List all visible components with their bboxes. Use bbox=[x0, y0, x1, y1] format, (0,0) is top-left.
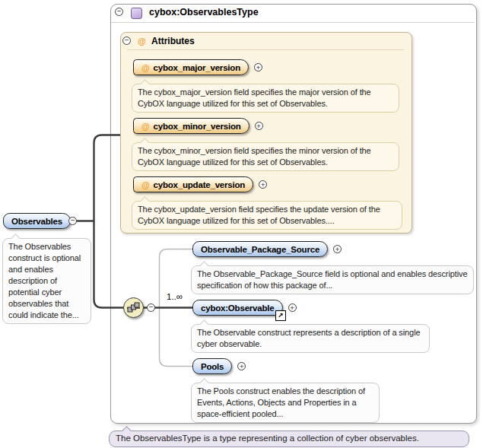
element-pill-pools[interactable]: Pools bbox=[192, 358, 232, 374]
attribute-name: cybox_minor_version bbox=[154, 122, 241, 131]
attribute-row: @ cybox_minor_version + bbox=[133, 118, 263, 134]
expand-element-button[interactable]: + bbox=[237, 362, 246, 370]
element-description: The Observable_Package_Source field is o… bbox=[191, 265, 474, 294]
attributes-title: Attributes bbox=[151, 36, 195, 46]
collapse-observables-button[interactable]: − bbox=[68, 217, 77, 225]
element-description: The Pools construct enables the descript… bbox=[191, 383, 380, 423]
schema-diagram: − cybox:ObservablesType − @ Attributes @… bbox=[0, 0, 483, 448]
attribute-row: @ cybox_major_version + bbox=[133, 59, 262, 75]
collapse-sequence-button[interactable]: − bbox=[147, 303, 155, 312]
element-pill-cybox-observable[interactable]: cybox:Observable ↗ bbox=[192, 300, 283, 316]
expand-element-button[interactable]: + bbox=[288, 303, 297, 312]
expand-element-button[interactable]: + bbox=[333, 245, 342, 253]
attribute-pill-cybox-minor-version[interactable]: @ cybox_minor_version bbox=[133, 118, 249, 134]
at-icon: @ bbox=[138, 37, 146, 46]
child-element-row: cybox:Observable ↗ + bbox=[192, 300, 297, 316]
expand-attribute-button[interactable]: + bbox=[255, 122, 263, 130]
at-icon: @ bbox=[141, 180, 150, 189]
type-header-separator bbox=[111, 22, 475, 24]
attribute-description: The cybox_minor_version field specifies … bbox=[132, 142, 399, 171]
element-pill-observables[interactable]: Observables bbox=[3, 213, 71, 229]
at-icon: @ bbox=[141, 63, 150, 72]
element-name: Observables bbox=[11, 217, 62, 226]
element-name: Pools bbox=[201, 362, 224, 371]
expand-attribute-button[interactable]: + bbox=[254, 63, 262, 71]
type-title: cybox:ObservablesType bbox=[149, 7, 259, 17]
complex-type-icon bbox=[131, 8, 142, 19]
expand-attribute-button[interactable]: + bbox=[259, 180, 267, 189]
collapse-type-button[interactable]: − bbox=[115, 8, 123, 16]
attribute-description: The cybox_update_version field specifies… bbox=[132, 201, 402, 230]
attribute-name: cybox_update_version bbox=[154, 180, 246, 189]
child-element-row: Observable_Package_Source + bbox=[192, 241, 342, 257]
sequence-icon bbox=[126, 300, 141, 315]
root-element-row: Observables bbox=[3, 213, 71, 229]
cardinality-label: 1..∞ bbox=[167, 292, 183, 301]
attribute-pill-cybox-major-version[interactable]: @ cybox_major_version bbox=[133, 59, 249, 75]
element-pill-observable-package-source[interactable]: Observable_Package_Source bbox=[192, 241, 328, 257]
element-name: cybox:Observable bbox=[201, 303, 275, 313]
element-name: Observable_Package_Source bbox=[201, 245, 319, 254]
type-annotation: The ObservablesType is a type representi… bbox=[109, 431, 469, 447]
sequence-compositor[interactable] bbox=[123, 297, 144, 318]
element-description: The Observables construct is optional an… bbox=[2, 238, 91, 324]
element-description: The Observable construct represents a de… bbox=[191, 324, 430, 353]
attribute-name: cybox_major_version bbox=[154, 63, 240, 72]
reference-link-icon[interactable]: ↗ bbox=[275, 310, 286, 321]
attribute-pill-cybox-update-version[interactable]: @ cybox_update_version bbox=[133, 176, 253, 192]
child-element-row: Pools + bbox=[192, 358, 246, 374]
attribute-description: The cybox_major_version field specifies … bbox=[132, 84, 399, 113]
attribute-row: @ cybox_update_version + bbox=[133, 176, 267, 192]
at-icon: @ bbox=[141, 122, 150, 131]
attributes-header-separator bbox=[127, 49, 404, 52]
collapse-attributes-button[interactable]: − bbox=[122, 37, 131, 45]
